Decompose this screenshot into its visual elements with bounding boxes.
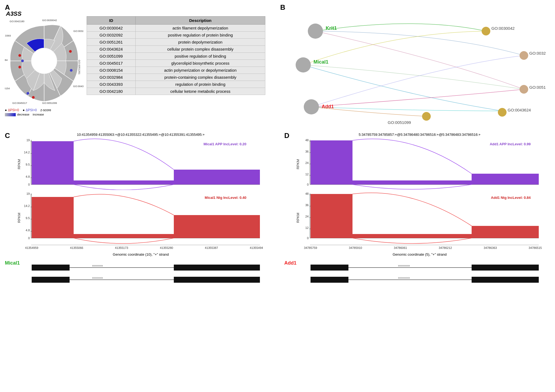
svg-text:››››››››››: ››››››››››: [92, 264, 103, 268]
svg-point-5: [69, 50, 72, 53]
panel-d-gene-label: Add1: [284, 260, 296, 266]
svg-rect-129: [311, 265, 348, 271]
svg-text:Add1 Ntg IncLevel: 0.84: Add1 Ntg IncLevel: 0.84: [491, 196, 531, 200]
svg-rect-48: [74, 180, 174, 185]
svg-text:0: 0: [28, 236, 30, 240]
svg-text:34785759: 34785759: [304, 246, 317, 249]
svg-text:24: 24: [305, 215, 309, 218]
svg-text:Add1: Add1: [322, 104, 334, 109]
panel-c-coord-title: 10:41354959:41355063:+@10:41355322:41355…: [16, 133, 265, 137]
svg-text:41355494: 41355494: [250, 246, 263, 249]
svg-text:48: 48: [305, 139, 309, 142]
svg-text:41355280: 41355280: [160, 246, 173, 249]
svg-text:GO:0051261: GO:0051261: [529, 85, 546, 90]
svg-text:GO:0043624: GO:0043624: [508, 108, 531, 112]
col-id: ID: [87, 17, 136, 25]
svg-text:Mical1 APP IncLevel: 0.20: Mical1 APP IncLevel: 0.20: [204, 142, 246, 146]
svg-point-7: [27, 92, 29, 95]
svg-text:Krit1: Krit1: [326, 25, 337, 31]
svg-text:GO:0032002: GO:0032002: [73, 29, 83, 32]
go-table-cell: GO:0051261: [87, 39, 136, 46]
svg-text:34785910: 34785910: [349, 246, 362, 249]
svg-rect-85: [174, 277, 260, 283]
svg-text:12: 12: [305, 173, 309, 176]
svg-text:34786363: 34786363: [484, 246, 497, 249]
go-table-cell: actin filament depolymerization: [136, 25, 265, 32]
svg-text:›››››››››››: ›››››››››››: [398, 264, 410, 268]
svg-point-25: [482, 27, 490, 35]
panel-d-ntg-track: 48 36 24 12 0 RPKM 13 2 Add1 Ntg IncLeve…: [295, 192, 544, 245]
svg-text:4.8: 4.8: [26, 229, 30, 232]
panel-d-label: D: [284, 131, 289, 140]
svg-text:41355066: 41355066: [70, 246, 83, 249]
svg-point-21: [304, 99, 319, 114]
legend: ●ΔPSI<0 ●ΔPSI>0 z-score decrease increas…: [5, 108, 51, 116]
svg-rect-117: [352, 234, 472, 238]
svg-point-19: [308, 24, 323, 39]
svg-text:GO:0042180: GO:0042180: [10, 20, 24, 23]
svg-text:41355387: 41355387: [205, 246, 218, 249]
go-table-cell: actin polymerization or depolymerization: [136, 67, 265, 74]
panel-c-gene-diagram: ›››››››››› ››››››››››: [16, 262, 265, 294]
svg-text:GO:0051099: GO:0051099: [42, 101, 57, 104]
panel-c-ntg-track: 19 14.2 9.5 4.8 0 RPKM 11 21 Mical1 Ntg …: [16, 192, 265, 245]
go-table-cell: positive regulation of binding: [136, 53, 265, 60]
svg-text:9.5: 9.5: [26, 163, 30, 166]
svg-text:34786212: 34786212: [439, 246, 452, 249]
svg-text:Mical1 Ntg IncLevel: 0.40: Mical1 Ntg IncLevel: 0.40: [205, 196, 246, 200]
svg-text:0: 0: [307, 236, 309, 240]
svg-rect-66: [74, 234, 174, 238]
svg-text:GO:0030042: GO:0030042: [42, 19, 57, 22]
svg-rect-65: [32, 197, 74, 238]
svg-text:34786515: 34786515: [529, 246, 542, 249]
go-table-cell: GO:0051099: [87, 53, 136, 60]
svg-text:GO:0051099: GO:0051099: [388, 120, 411, 125]
panel-c-app-track: 19 14.2 9.5 4.8 0 RPKM 8 37 Mical1 APP I…: [16, 139, 265, 190]
svg-text:24: 24: [305, 161, 309, 164]
svg-text:Mical1: Mical1: [314, 59, 328, 65]
svg-rect-132: [472, 265, 539, 271]
go-table-cell: GO:0042180: [87, 88, 136, 95]
go-table-cell: regulation of protein binding: [136, 81, 265, 88]
svg-text:41354959: 41354959: [25, 246, 38, 249]
svg-text:0: 0: [307, 183, 309, 186]
svg-point-1: [31, 48, 57, 74]
go-table-cell: cellular ketone metabolic process: [136, 88, 265, 95]
go-table: ID Description GO:0030042actin filament …: [87, 16, 265, 95]
svg-text:19: 19: [27, 139, 30, 142]
panel-d-x-axis: 34785759 34785910 34786061 34786212 3478…: [295, 245, 544, 253]
svg-text:››››››››››: ››››››››››: [92, 276, 103, 280]
go-table-cell: GO:0043624: [87, 46, 136, 53]
go-table-cell: GO:0008154: [87, 67, 136, 74]
svg-point-8: [70, 69, 73, 72]
go-table-cell: cellular protein complex disassembly: [136, 46, 265, 53]
svg-text:GO:0051261: GO:0051261: [78, 60, 81, 74]
svg-rect-136: [472, 277, 539, 283]
panel-c-x-axis: 41354959 41355066 41355173 41355280 4135…: [16, 245, 265, 253]
go-table-cell: GO:0032984: [87, 74, 136, 81]
svg-text:GO:0030042: GO:0030042: [491, 26, 515, 31]
panel-c-label: C: [5, 131, 10, 140]
svg-point-20: [296, 57, 311, 73]
svg-point-27: [520, 85, 528, 94]
svg-rect-82: [32, 277, 70, 283]
svg-text:14.2: 14.2: [24, 151, 30, 154]
svg-rect-118: [472, 226, 539, 238]
svg-text:36: 36: [305, 203, 309, 207]
go-table-cell: protein-containing complex disassembly: [136, 74, 265, 81]
go-table-cell: GO:0043393: [87, 81, 136, 88]
svg-point-6: [21, 60, 24, 62]
svg-text:41355173: 41355173: [115, 246, 128, 249]
go-table-cell: GO:0030042: [87, 25, 136, 32]
svg-rect-98: [311, 140, 352, 185]
svg-point-28: [498, 108, 507, 117]
svg-rect-100: [472, 174, 539, 185]
svg-point-26: [520, 51, 528, 60]
svg-text:RPKM: RPKM: [17, 213, 21, 223]
svg-text:RPKM: RPKM: [296, 159, 300, 169]
go-table-cell: GO:0045017: [87, 60, 136, 67]
svg-text:12: 12: [305, 226, 309, 229]
svg-point-3: [18, 66, 21, 68]
svg-text:RPKM: RPKM: [17, 159, 21, 169]
panel-d-app-track: 48 36 24 12 0 RPKM 11 0 Add1 APP IncLeve…: [295, 139, 544, 190]
